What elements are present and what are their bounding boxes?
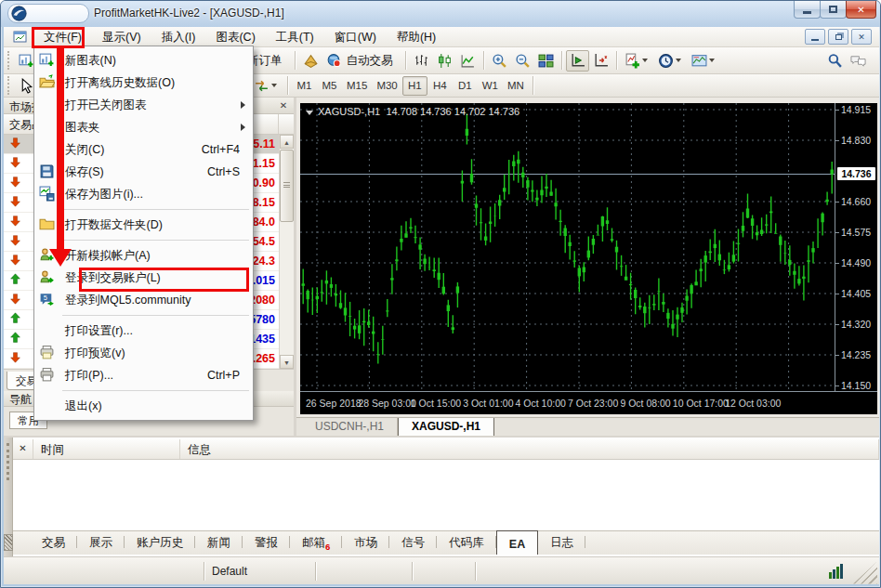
menu-item-t[interactable]: 工具(T) [266, 28, 324, 46]
menu-item-i[interactable]: 插入(I) [151, 28, 206, 46]
toolbar-grip[interactable] [7, 51, 12, 70]
scroll-down-icon[interactable]: ▼ [280, 355, 294, 369]
file-menu-item[interactable]: 打印设置(r)... [34, 320, 253, 342]
bar-chart-icon [414, 53, 429, 69]
file-menu-item[interactable]: 打印(P)...Ctrl+P [34, 364, 253, 386]
timeframe-m30[interactable]: M30 [372, 76, 401, 96]
periods-button[interactable] [654, 50, 688, 72]
time-axis[interactable]: 26 Sep 201828 Sep 03:001 Oct 15:003 Oct … [300, 391, 877, 414]
terminal-tab-信号[interactable]: 信号 [389, 531, 437, 555]
timeframe-d1[interactable]: D1 [453, 76, 478, 96]
line-chart-button[interactable] [456, 50, 480, 72]
time-axis-label: 26 Sep 2018 [306, 398, 362, 409]
file-menu-item[interactable]: 关闭(C)Ctrl+F4 [34, 138, 253, 161]
scroll-up-icon[interactable]: ▲ [280, 135, 294, 149]
terminal-tab-日志[interactable]: 日志 [538, 531, 585, 555]
file-menu-item[interactable]: 打开离线历史数据(O) [34, 72, 253, 94]
chart-plot-area[interactable]: XAGUSD-,H1 14.708 14.736 14.702 14.736 [300, 103, 835, 391]
indicators-button[interactable] [621, 50, 654, 72]
candlestick-button[interactable] [433, 50, 456, 72]
zoom-in-button[interactable] [488, 50, 511, 72]
file-menu-item[interactable]: 新图表(N) [34, 49, 253, 72]
dropdown-arrow-icon [709, 59, 715, 62]
autotrading-button[interactable]: 自动交易 [322, 50, 401, 72]
chart-tab-usdcnhh1[interactable]: USDCNH-,H1 [302, 418, 398, 437]
file-menu-item-label: 新图表(N) [65, 53, 253, 69]
terminal-tab-市场[interactable]: 市场 [342, 531, 389, 555]
resize-grip[interactable] [853, 562, 877, 584]
terminal-tab-账户历史[interactable]: 账户历史 [125, 531, 195, 555]
terminal-tab-警报[interactable]: 警报 [243, 531, 290, 555]
app-quick-access[interactable] [7, 4, 89, 23]
timeframe-m15[interactable]: M15 [342, 76, 372, 96]
timeframe-h4[interactable]: H4 [427, 76, 453, 96]
auto-scroll-button[interactable] [566, 50, 589, 72]
timeframe-h1[interactable]: H1 [402, 76, 427, 96]
tick-down-icon [4, 253, 26, 269]
timeframe-mn[interactable]: MN [503, 76, 529, 96]
status-profile[interactable]: Default [204, 562, 316, 581]
menu-shortcut: Ctrl+P [207, 369, 253, 382]
menu-item-v[interactable]: 显示(V) [92, 28, 151, 46]
timeframe-m5[interactable]: M5 [317, 76, 342, 96]
tile-windows-button[interactable] [534, 50, 558, 72]
submenu-arrow-icon [241, 101, 245, 109]
terminal-column-info[interactable]: 信息 [180, 439, 879, 459]
menu-item-h[interactable]: 帮助(H) [387, 28, 446, 46]
file-menu-item[interactable]: 打开已关闭图表 [34, 94, 253, 116]
file-menu-item[interactable]: 保存(S)Ctrl+S [34, 161, 253, 183]
title-bar[interactable]: ProfitMarketHK-Live2 - [XAGUSD-,H1] ✕ [1, 1, 881, 27]
file-menu-item[interactable]: 5登录到MQL5.community [34, 289, 253, 311]
file-menu-item[interactable]: 打开数据文件夹(D) [34, 214, 253, 236]
symbol-pair-button[interactable] [250, 75, 283, 97]
terminal-panel: ✕ 时间 信息 交易展示账户历史新闻警报邮箱6市场信号代码库EA日志 [4, 436, 879, 556]
terminal-dock-grip[interactable] [4, 438, 13, 558]
scrollbar-thumb[interactable] [280, 150, 294, 222]
file-menu-item[interactable]: 退出(x) [34, 395, 253, 417]
mdi-minimize-button[interactable] [805, 29, 825, 45]
community-chat-button[interactable] [847, 50, 870, 72]
terminal-tab-新闻[interactable]: 新闻 [195, 531, 243, 555]
timeframe-w1[interactable]: W1 [478, 76, 503, 96]
svg-text:5: 5 [44, 294, 47, 302]
file-menu-item[interactable]: 打印预览(v) [34, 342, 253, 364]
maximize-button[interactable] [820, 1, 847, 19]
terminal-tab-EA[interactable]: EA [496, 530, 538, 555]
terminal-close-icon[interactable]: ✕ [13, 439, 33, 459]
market-watch-scrollbar[interactable]: ▲ ▼ [279, 135, 294, 369]
close-button[interactable]: ✕ [846, 1, 876, 19]
expert-advisor-button[interactable] [299, 50, 322, 72]
file-menu-item-label: 打印(P)... [65, 368, 207, 384]
market-watch-close-icon[interactable]: ✕ [277, 99, 290, 112]
search-button[interactable] [823, 50, 847, 72]
terminal-tab-邮箱[interactable]: 邮箱6 [290, 531, 342, 555]
terminal-column-time[interactable]: 时间 [33, 439, 180, 459]
mdi-restore-button[interactable] [828, 29, 848, 45]
chart-dropdown-icon[interactable] [306, 111, 313, 115]
menu-item-c[interactable]: 图表(C) [205, 28, 265, 46]
price-tick [835, 324, 839, 325]
toolbar-grip[interactable] [7, 76, 12, 95]
chart-shift-button[interactable] [589, 50, 612, 72]
minimize-button[interactable] [794, 1, 821, 19]
chart-window-icon[interactable] [13, 30, 28, 45]
file-menu-item[interactable]: 图表夹 [34, 116, 253, 138]
templates-button[interactable] [688, 50, 721, 72]
timeframe-m1[interactable]: M1 [292, 76, 317, 96]
time-axis-label: 7 Oct 23:00 [568, 398, 618, 409]
bar-chart-button[interactable] [410, 50, 433, 72]
terminal-tab-展示[interactable]: 展示 [77, 531, 125, 555]
mdi-close-button[interactable]: ✕ [851, 29, 872, 45]
zoom-out-button[interactable] [511, 50, 534, 72]
price-axis[interactable]: 14.91514.83014.66014.57514.49014.40514.3… [835, 103, 877, 391]
terminal-tab-代码库[interactable]: 代码库 [437, 531, 496, 555]
menu-item-w[interactable]: 窗口(W) [324, 28, 387, 46]
folder-open-icon [39, 74, 56, 91]
annotation-arrow-head [49, 249, 72, 267]
zoom-in-icon [492, 53, 507, 69]
auto-scroll-icon [570, 53, 585, 69]
file-menu-item[interactable]: 保存为图片(i)... [34, 183, 253, 205]
chart-tab-xagusdh1[interactable]: XAGUSD-,H1 [398, 418, 494, 437]
tick-up-icon [4, 331, 26, 347]
terminal-tab-交易[interactable]: 交易 [30, 531, 77, 555]
